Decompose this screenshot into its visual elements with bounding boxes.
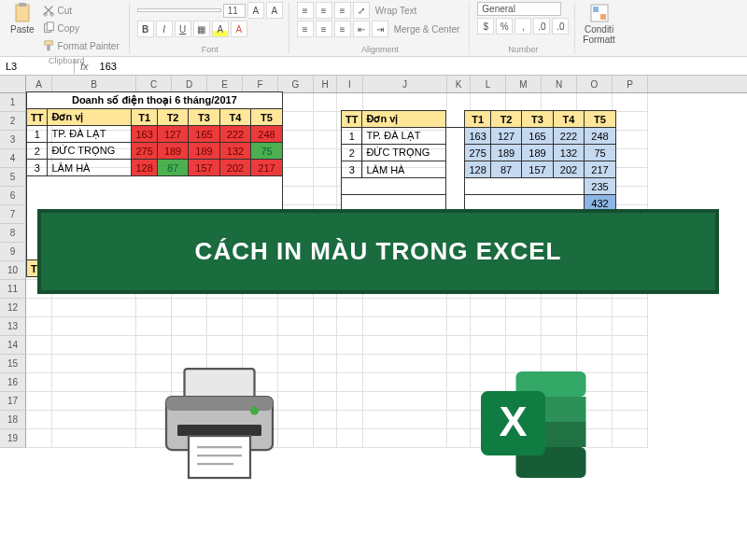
cell[interactable] xyxy=(52,392,136,411)
col-header[interactable]: M xyxy=(506,76,542,92)
cell[interactable] xyxy=(577,93,613,112)
col-header[interactable]: H xyxy=(314,76,337,92)
cell[interactable] xyxy=(471,317,506,336)
percent-button[interactable]: % xyxy=(496,18,513,35)
cell[interactable]: 132 xyxy=(219,143,250,160)
cell[interactable] xyxy=(172,336,207,355)
cell[interactable]: 157 xyxy=(522,161,553,178)
cell[interactable] xyxy=(314,373,337,392)
cell[interactable]: 1 xyxy=(342,128,362,145)
cell[interactable] xyxy=(506,93,542,112)
cell[interactable] xyxy=(172,299,207,317)
row-header[interactable]: 12 xyxy=(0,299,26,317)
cell[interactable] xyxy=(613,187,648,205)
cell[interactable] xyxy=(207,336,243,355)
cell[interactable] xyxy=(471,299,506,317)
cell[interactable] xyxy=(136,336,172,355)
cell[interactable] xyxy=(337,429,363,448)
increase-font-button[interactable]: A xyxy=(247,2,264,19)
cell[interactable] xyxy=(278,299,314,317)
cell[interactable] xyxy=(613,392,648,411)
paste-button[interactable]: Paste xyxy=(10,2,35,54)
cell[interactable]: 202 xyxy=(219,160,250,176)
format-painter-button[interactable]: Format Painter xyxy=(38,37,123,54)
cell[interactable] xyxy=(314,187,337,205)
cell[interactable] xyxy=(542,93,577,112)
cell[interactable] xyxy=(278,149,314,168)
cell[interactable] xyxy=(613,429,648,448)
cell[interactable] xyxy=(447,93,471,112)
cell[interactable] xyxy=(471,336,506,355)
cell[interactable] xyxy=(363,317,447,336)
cell[interactable] xyxy=(278,131,314,149)
cell[interactable] xyxy=(577,317,613,336)
cell[interactable] xyxy=(314,411,337,429)
row-header[interactable]: 5 xyxy=(0,168,26,187)
bold-button[interactable]: B xyxy=(137,21,154,37)
row-header[interactable]: 8 xyxy=(0,224,26,243)
row-header[interactable]: 14 xyxy=(0,336,26,355)
align-left-button[interactable]: ≡ xyxy=(297,21,314,37)
cell[interactable] xyxy=(314,317,337,336)
cell[interactable]: 132 xyxy=(553,145,584,161)
align-right-button[interactable]: ≡ xyxy=(334,21,351,37)
row-header[interactable]: 13 xyxy=(0,317,26,336)
cell[interactable]: 157 xyxy=(189,160,219,176)
col-header[interactable]: P xyxy=(613,76,648,92)
row-header[interactable]: 1 xyxy=(0,93,26,112)
cell[interactable] xyxy=(542,336,577,355)
font-color-button[interactable]: A xyxy=(231,21,247,37)
inc-decimal-button[interactable]: .0 xyxy=(533,18,550,35)
cell[interactable]: 2 xyxy=(27,143,48,160)
row-header[interactable]: 6 xyxy=(0,187,26,205)
cell[interactable] xyxy=(363,411,447,429)
number-format-select[interactable]: General xyxy=(477,2,561,16)
align-center-button[interactable]: ≡ xyxy=(316,21,332,37)
indent-dec-button[interactable]: ⇤ xyxy=(353,21,370,37)
cell[interactable] xyxy=(613,355,648,373)
cell[interactable]: 275 xyxy=(465,145,490,161)
cell[interactable] xyxy=(363,429,447,448)
cell[interactable] xyxy=(314,355,337,373)
cell[interactable] xyxy=(337,411,363,429)
cell[interactable]: 165 xyxy=(189,126,219,143)
cell[interactable] xyxy=(337,392,363,411)
row-header[interactable]: 15 xyxy=(0,355,26,373)
row-header[interactable]: 10 xyxy=(0,261,26,280)
cell[interactable] xyxy=(26,317,52,336)
conditional-format-button[interactable]: ConditiFormatt xyxy=(583,2,614,45)
row-header[interactable]: 2 xyxy=(0,112,26,131)
cell[interactable]: TP. ĐÀ LẠT xyxy=(48,126,132,143)
cell[interactable] xyxy=(447,336,471,355)
italic-button[interactable]: I xyxy=(156,21,173,37)
cell[interactable]: 202 xyxy=(553,161,584,178)
decrease-font-button[interactable]: A xyxy=(266,2,283,19)
col-header[interactable]: F xyxy=(243,76,278,92)
cell[interactable]: 128 xyxy=(132,160,157,176)
cell[interactable]: 189 xyxy=(157,143,188,160)
cell[interactable] xyxy=(52,429,136,448)
cell[interactable]: 87 xyxy=(157,160,188,176)
cell[interactable] xyxy=(26,373,52,392)
cell[interactable] xyxy=(26,392,52,411)
cell[interactable]: ĐỨC TRỌNG xyxy=(362,145,446,161)
cell[interactable]: LÂM HÀ xyxy=(48,160,132,176)
row-header[interactable]: 16 xyxy=(0,373,26,392)
cell[interactable] xyxy=(577,299,613,317)
cell[interactable] xyxy=(278,187,314,205)
cell[interactable] xyxy=(506,336,542,355)
cell[interactable] xyxy=(314,93,337,112)
cell[interactable]: 217 xyxy=(251,160,282,176)
cell[interactable] xyxy=(363,373,447,392)
cell[interactable] xyxy=(314,429,337,448)
cell[interactable]: 2 xyxy=(342,145,362,161)
cell[interactable]: 163 xyxy=(465,128,490,145)
cell[interactable] xyxy=(363,392,447,411)
cell[interactable] xyxy=(613,299,648,317)
cell[interactable]: 222 xyxy=(553,128,584,145)
cell[interactable] xyxy=(278,93,314,112)
copy-button[interactable]: Copy xyxy=(38,20,123,36)
cell[interactable] xyxy=(613,93,648,112)
cell[interactable]: 248 xyxy=(585,128,615,145)
cell[interactable] xyxy=(613,373,648,392)
